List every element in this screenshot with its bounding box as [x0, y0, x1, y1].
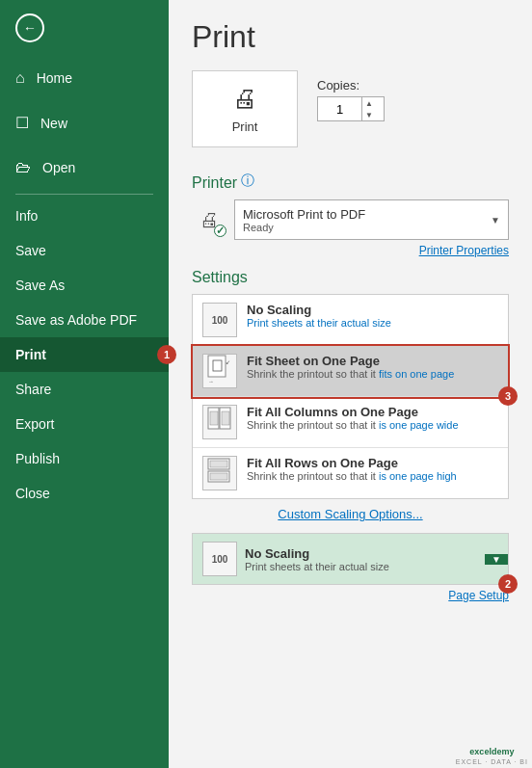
print-label: Print — [15, 347, 46, 362]
sidebar-item-open-label: Open — [42, 160, 75, 175]
printer-dropdown[interactable]: Microsoft Print to PDF Ready ▼ — [234, 199, 509, 240]
bottom-bar: 100 No Scaling Print sheets at their act… — [192, 533, 509, 585]
fit-sheet-desc: Shrink the printout so that it fits on o… — [247, 368, 498, 380]
copies-label: Copies: — [317, 78, 385, 93]
bottom-desc: Print sheets at their actual size — [245, 561, 389, 572]
print-button-label: Print — [232, 119, 258, 134]
printer-row: 🖨 ✓ Microsoft Print to PDF Ready ▼ — [192, 199, 509, 240]
printer-dropdown-arrow: ▼ — [491, 215, 500, 225]
no-scaling-icon: 100 — [202, 303, 237, 337]
fit-sheet-title: Fit Sheet on One Page — [247, 354, 498, 368]
info-icon[interactable]: ⓘ — [241, 172, 254, 190]
printer-section-title: Printer — [192, 174, 237, 192]
fit-rows-text: Fit All Rows on One Page Shrink the prin… — [247, 456, 498, 482]
bottom-title: No Scaling — [245, 546, 389, 561]
sidebar-item-share[interactable]: Share — [0, 372, 169, 407]
svg-rect-6 — [210, 411, 218, 425]
printer-section-header: Printer ⓘ — [192, 163, 509, 199]
fit-sheet-icon: → ↙ — [202, 354, 237, 388]
svg-text:→: → — [208, 379, 214, 384]
sidebar-item-info[interactable]: Info — [0, 199, 169, 233]
fit-columns-icon — [202, 405, 237, 439]
fit-rows-icon — [202, 456, 237, 490]
sidebar-item-open[interactable]: 🗁 Open — [0, 146, 169, 190]
settings-item-fit-columns[interactable]: Fit All Columns on One Page Shrink the p… — [193, 397, 508, 448]
sidebar-item-publish[interactable]: Publish — [0, 441, 169, 476]
printer-name-block: Microsoft Print to PDF Ready — [243, 207, 491, 233]
export-label: Export — [15, 416, 54, 432]
share-label: Share — [15, 382, 51, 397]
custom-scaling-link[interactable]: Custom Scaling Options... — [192, 499, 509, 529]
svg-rect-11 — [210, 473, 227, 480]
sidebar-item-save-adobe[interactable]: Save as Adobe PDF — [0, 303, 169, 337]
sidebar-item-save-as[interactable]: Save As — [0, 268, 169, 303]
fit-columns-desc: Shrink the printout so that it is one pa… — [247, 419, 498, 431]
svg-rect-10 — [210, 461, 227, 467]
sidebar-item-save[interactable]: Save — [0, 233, 169, 268]
svg-rect-7 — [222, 411, 229, 425]
badge-1: 1 — [157, 345, 176, 364]
copies-input[interactable] — [318, 100, 361, 119]
fit-sheet-text: Fit Sheet on One Page Shrink the printou… — [247, 354, 498, 380]
save-adobe-label: Save as Adobe PDF — [15, 312, 137, 328]
fit-columns-text: Fit All Columns on One Page Shrink the p… — [247, 405, 498, 431]
svg-rect-1 — [213, 360, 222, 371]
print-button[interactable]: 🖨 Print — [192, 70, 298, 147]
page-setup-link[interactable]: Page Setup — [192, 589, 509, 602]
back-button[interactable]: ← — [0, 0, 169, 56]
no-scaling-title: No Scaling — [247, 303, 498, 317]
new-icon: ☐ — [15, 114, 29, 132]
back-arrow-icon: ← — [15, 13, 44, 42]
info-label: Info — [15, 208, 38, 224]
sidebar-item-new[interactable]: ☐ New — [0, 100, 169, 146]
settings-list: 100 No Scaling Print sheets at their act… — [192, 294, 509, 499]
fit-columns-title: Fit All Columns on One Page — [247, 405, 498, 419]
copies-area: Copies: ▲ ▼ — [317, 78, 385, 121]
fit-rows-title: Fit All Rows on One Page — [247, 456, 498, 470]
sidebar-item-new-label: New — [40, 116, 67, 131]
bottom-dropdown-btn[interactable]: ▼ — [485, 554, 508, 565]
sidebar-item-home[interactable]: ⌂ Home — [0, 56, 169, 100]
open-icon: 🗁 — [15, 159, 31, 176]
page-title: Print — [192, 19, 509, 55]
sidebar-item-home-label: Home — [37, 70, 72, 86]
watermark: exceldemy EXCEL · DATA · BI — [456, 747, 528, 766]
print-area: 🖨 Print Copies: ▲ ▼ — [192, 70, 509, 147]
copies-decrement[interactable]: ▼ — [362, 109, 376, 120]
copies-spinners: ▲ ▼ — [361, 97, 376, 120]
close-label: Close — [15, 486, 50, 501]
sidebar-item-close[interactable]: Close — [0, 476, 169, 511]
no-scaling-text: No Scaling Print sheets at their actual … — [247, 303, 498, 329]
settings-section-title: Settings — [192, 269, 509, 286]
sidebar-item-print[interactable]: Print 1 — [0, 337, 169, 372]
save-as-label: Save As — [15, 278, 65, 293]
printer-icon-large: 🖨 — [232, 84, 257, 114]
printer-properties-link[interactable]: Printer Properties — [192, 244, 509, 257]
settings-item-no-scaling[interactable]: 100 No Scaling Print sheets at their act… — [193, 295, 508, 346]
home-icon: ⌂ — [15, 69, 25, 87]
bottom-item: 100 No Scaling Print sheets at their act… — [193, 534, 485, 584]
sidebar-divider — [15, 194, 153, 195]
sidebar-item-export[interactable]: Export — [0, 407, 169, 441]
printer-status: Ready — [243, 222, 491, 233]
badge-3: 3 — [498, 386, 518, 406]
sidebar: ← ⌂ Home ☐ New 🗁 Open Info Save Save As … — [0, 0, 169, 768]
bottom-no-scaling-icon: 100 — [202, 542, 237, 576]
main-content: Print 🖨 Print Copies: ▲ ▼ Printer ⓘ 🖨 ✓ — [169, 0, 532, 768]
copies-increment[interactable]: ▲ — [362, 97, 376, 109]
settings-item-fit-sheet[interactable]: → ↙ Fit Sheet on One Page Shrink the pri… — [193, 346, 508, 397]
save-label: Save — [15, 243, 46, 258]
copies-control: ▲ ▼ — [317, 96, 385, 121]
no-scaling-desc: Print sheets at their actual size — [247, 317, 498, 329]
settings-item-fit-rows[interactable]: Fit All Rows on One Page Shrink the prin… — [193, 448, 508, 498]
badge-2: 2 — [498, 574, 518, 594]
printer-name: Microsoft Print to PDF — [243, 207, 491, 222]
bottom-text: No Scaling Print sheets at their actual … — [245, 546, 389, 572]
printer-ready-check: ✓ — [214, 225, 226, 237]
fit-rows-desc: Shrink the printout so that it is one pa… — [247, 470, 498, 482]
svg-text:↙: ↙ — [226, 359, 230, 365]
publish-label: Publish — [15, 451, 60, 466]
